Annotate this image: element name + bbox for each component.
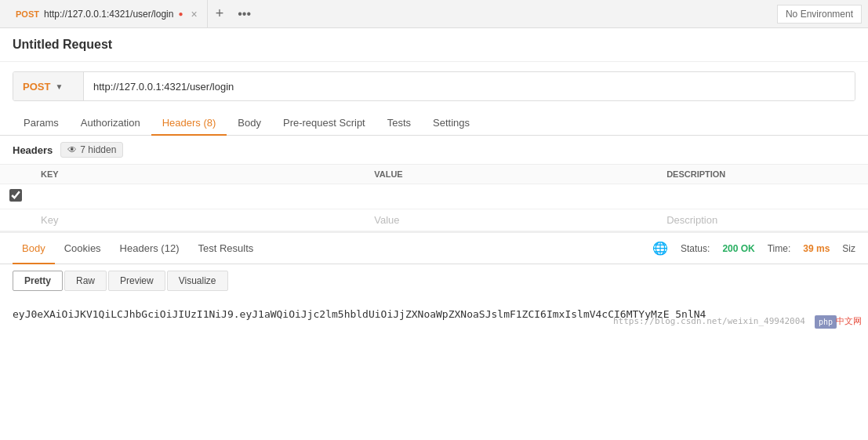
tab-bar: POST http://127.0.0.1:4321/user/login ● …: [0, 0, 868, 28]
method-select[interactable]: POST ▼: [13, 72, 84, 100]
resp-tab-body[interactable]: Body: [13, 238, 55, 259]
time-value: 39 ms: [803, 243, 830, 254]
hidden-count: 7 hidden: [80, 144, 116, 155]
size-label: Siz: [842, 243, 855, 254]
format-visualize-button[interactable]: Visualize: [167, 271, 228, 291]
tab-close-icon[interactable]: ×: [191, 8, 197, 20]
method-label: POST: [23, 81, 50, 93]
headers-table: KEY VALUE DESCRIPTION Key: [0, 165, 868, 231]
row-key-cell: [31, 184, 365, 209]
tab-url: http://127.0.0.1:4321/user/login: [44, 9, 173, 20]
desc-placeholder: Description: [666, 214, 717, 226]
desc-input-cell[interactable]: Description: [657, 209, 868, 231]
format-preview-button[interactable]: Preview: [108, 271, 165, 291]
desc-col-header: DESCRIPTION: [657, 165, 868, 184]
tab-authorization[interactable]: Authorization: [70, 111, 151, 135]
tab-tests[interactable]: Tests: [376, 111, 422, 135]
environment-selector[interactable]: No Environment: [777, 5, 862, 24]
key-placeholder: Key: [41, 214, 58, 226]
tab-method-badge: POST: [16, 9, 39, 19]
status-area: 🌐 Status: 200 OK Time: 39 ms Siz: [652, 241, 855, 256]
more-tabs-button[interactable]: •••: [231, 0, 257, 28]
unsaved-dot: ●: [178, 9, 183, 18]
key-col-header: KEY: [31, 165, 365, 184]
eye-icon: 👁: [67, 144, 77, 155]
row-desc-cell: [657, 184, 868, 209]
time-label: Time:: [768, 243, 791, 254]
add-tab-button[interactable]: +: [208, 0, 232, 28]
value-input-cell[interactable]: Value: [365, 209, 657, 231]
status-value: 200 OK: [722, 243, 754, 254]
resp-tab-cookies[interactable]: Cookies: [55, 238, 111, 259]
hidden-headers-badge[interactable]: 👁 7 hidden: [60, 142, 123, 158]
headers-label: Headers: [13, 144, 53, 156]
tab-settings[interactable]: Settings: [422, 111, 481, 135]
request-tab[interactable]: POST http://127.0.0.1:4321/user/login ● …: [6, 0, 208, 28]
format-pretty-button[interactable]: Pretty: [13, 271, 63, 291]
headers-table-container: KEY VALUE DESCRIPTION Key: [0, 165, 868, 231]
php-badge: php: [815, 315, 837, 329]
watermark-text: https://blog.csdn.net/weixin_49942004: [613, 315, 805, 329]
response-body: eyJ0eXAiOiJKV1QiLCJhbGciOiJIUzI1NiJ9.eyJ…: [0, 297, 868, 332]
globe-icon[interactable]: 🌐: [652, 241, 668, 256]
headers-section-header: Headers 👁 7 hidden: [0, 136, 868, 165]
tab-body[interactable]: Body: [227, 111, 272, 135]
key-input-cell[interactable]: Key: [31, 209, 365, 231]
response-text: eyJ0eXAiOiJKV1QiLCJhbGciOiJIUzI1NiJ9.eyJ…: [13, 308, 706, 320]
tab-params[interactable]: Params: [13, 111, 70, 135]
table-row: [0, 184, 868, 209]
table-header-row: KEY VALUE DESCRIPTION: [0, 165, 868, 184]
table-row-placeholder: Key Value Description: [0, 209, 868, 231]
url-input[interactable]: [84, 72, 855, 100]
url-bar: POST ▼: [13, 71, 855, 101]
response-nav: Body Cookies Headers (12) Test Results 🌐…: [0, 233, 868, 264]
method-arrow-icon: ▼: [55, 82, 63, 91]
request-title: Untitled Request: [0, 28, 868, 62]
placeholder-checkbox-cell: [0, 209, 31, 231]
tab-prerequest[interactable]: Pre-request Script: [272, 111, 376, 135]
format-raw-button[interactable]: Raw: [64, 271, 107, 291]
checkbox-col-header: [0, 165, 31, 184]
value-placeholder: Value: [374, 214, 399, 226]
status-label: Status:: [681, 243, 710, 254]
resp-tab-tests[interactable]: Test Results: [188, 238, 263, 259]
row-checkbox-cell: [0, 184, 31, 209]
resp-tab-headers[interactable]: Headers (12): [111, 238, 189, 259]
row-value-cell: [365, 184, 657, 209]
cn-text: 中文网: [836, 315, 862, 329]
format-bar: Pretty Raw Preview Visualize: [0, 264, 868, 297]
response-section: Body Cookies Headers (12) Test Results 🌐…: [0, 231, 868, 332]
tab-headers[interactable]: Headers (8): [151, 111, 227, 135]
request-nav: Params Authorization Headers (8) Body Pr…: [0, 111, 868, 136]
row-checkbox[interactable]: [9, 189, 22, 202]
value-col-header: VALUE: [365, 165, 657, 184]
